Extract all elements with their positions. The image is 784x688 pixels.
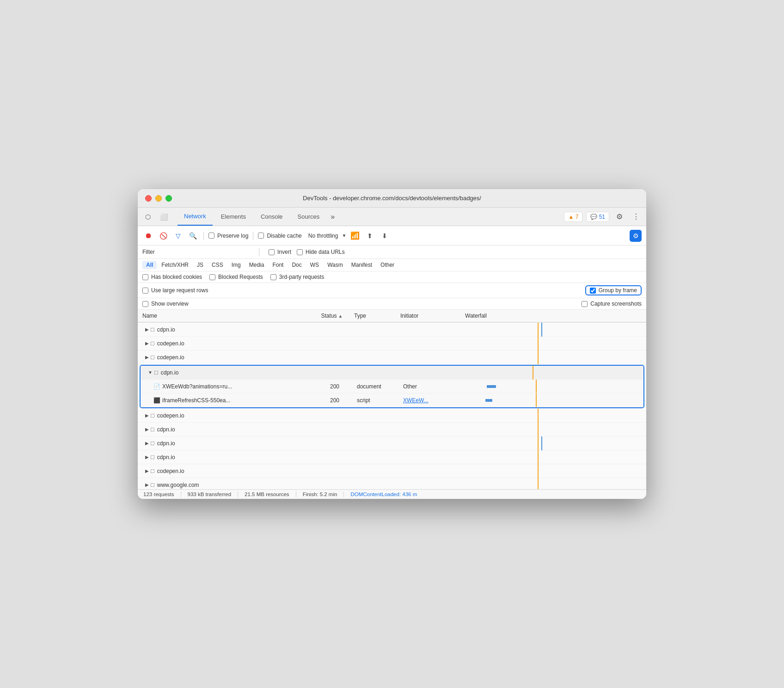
type-filter-ws[interactable]: WS [306, 261, 323, 269]
toolbar-divider-2 [253, 232, 253, 240]
request-row-4-1[interactable]: 📄 XWEeWdb?animations=ru... 200 document … [141, 380, 643, 393]
large-rows-checkbox[interactable] [142, 288, 148, 294]
search-icon[interactable]: 🔍 [187, 230, 199, 242]
type-filter-media[interactable]: Media [245, 261, 268, 269]
type-filter-wasm[interactable]: Wasm [324, 261, 347, 269]
cursor-icon[interactable]: ⬡ [141, 210, 154, 223]
more-options-icon[interactable]: ⋮ [630, 210, 643, 223]
folder-icon-4: □ [154, 369, 158, 376]
filter-icon[interactable]: ▽ [172, 230, 184, 242]
active-settings-icon[interactable]: ⚙ [630, 230, 642, 242]
type-filter-doc[interactable]: Doc [288, 261, 305, 269]
blocked-requests-label[interactable]: Blocked Requests [209, 274, 263, 280]
settings-icon[interactable]: ⚙ [613, 210, 626, 223]
waterfall-4-header [459, 366, 643, 380]
third-party-label[interactable]: 3rd-party requests [270, 274, 324, 280]
highlighted-group-4: ▼ □ cdpn.io 📄 XWEeWdb?animations=ru... 2… [140, 365, 644, 408]
wifi-icon[interactable]: 📶 [349, 230, 361, 242]
col-header-name[interactable]: Name [138, 313, 313, 319]
capture-screenshots-label[interactable]: Capture screenshots [582, 301, 642, 307]
type-filter-manifest[interactable]: Manifest [348, 261, 376, 269]
folder-icon-1: □ [151, 326, 154, 333]
col-header-initiator[interactable]: Initiator [397, 313, 461, 319]
group-by-frame-label[interactable]: Group by frame [590, 287, 637, 294]
request-name-4-2: ⬛ iframeRefreshCSS-550ea... [141, 397, 316, 404]
filter-divider [259, 248, 259, 256]
status-transferred: 933 kB transferred [181, 491, 239, 497]
type-filter-img[interactable]: Img [228, 261, 245, 269]
type-filter-font[interactable]: Font [269, 261, 287, 269]
folder-icon-7: □ [151, 440, 154, 447]
type-filter-other[interactable]: Other [377, 261, 398, 269]
group-by-frame-checkbox[interactable] [590, 288, 596, 294]
type-filter-fetch[interactable]: Fetch/XHR [158, 261, 192, 269]
request-waterfall-4-1 [464, 380, 643, 393]
tab-bar-icons: ⬡ ⬜ [141, 210, 170, 223]
group-name-2: codepen.io [157, 340, 184, 347]
invert-label[interactable]: Invert [269, 249, 291, 255]
type-filters-bar: All Fetch/XHR JS CSS Img Media Font Doc … [138, 259, 646, 271]
minimize-button[interactable] [155, 195, 162, 202]
third-party-checkbox[interactable] [270, 274, 276, 280]
waterfall-9 [465, 464, 646, 478]
group-row-6[interactable]: ▶ □ cdpn.io [138, 423, 646, 436]
hide-data-urls-checkbox[interactable] [297, 249, 303, 255]
col-header-status[interactable]: Status ▲ [313, 313, 350, 319]
options-right-3: Capture screenshots [582, 301, 642, 307]
group-row-9[interactable]: ▶ □ codepen.io [138, 464, 646, 478]
tab-network[interactable]: Network [178, 208, 213, 226]
large-rows-label[interactable]: Use large request rows [142, 287, 208, 294]
triangle-icon-10: ▶ [145, 482, 149, 487]
type-filter-css[interactable]: CSS [208, 261, 227, 269]
chat-badge[interactable]: 💬 51 [586, 212, 609, 222]
group-row-8[interactable]: ▶ □ cdpn.io [138, 450, 646, 464]
type-filter-js[interactable]: JS [193, 261, 207, 269]
triangle-icon-4: ▼ [148, 370, 153, 375]
group-name-3: codepen.io [157, 354, 184, 361]
request-initiator-4-2: XWEeW... [399, 397, 464, 404]
clear-button[interactable]: 🚫 [157, 230, 169, 242]
group-row-3[interactable]: ▶ □ codepen.io [138, 350, 646, 364]
show-overview-label[interactable]: Show overview [142, 301, 189, 307]
triangle-icon-2: ▶ [145, 341, 149, 346]
record-button[interactable]: ⏺ [142, 230, 154, 242]
initiator-link[interactable]: XWEeW... [403, 397, 429, 404]
tab-elements[interactable]: Elements [214, 208, 252, 226]
tab-sources[interactable]: Sources [291, 208, 326, 226]
device-icon[interactable]: ⬜ [157, 210, 170, 223]
group-row-5[interactable]: ▶ □ codepen.io [138, 409, 646, 423]
request-type-4-2: script [353, 397, 399, 404]
tab-console[interactable]: Console [254, 208, 289, 226]
filter-input[interactable] [161, 249, 253, 255]
request-row-4-2[interactable]: ⬛ iframeRefreshCSS-550ea... 200 script X… [141, 393, 643, 407]
upload-icon[interactable]: ⬆ [364, 230, 376, 242]
capture-screenshots-checkbox[interactable] [582, 301, 588, 307]
group-row-7[interactable]: ▶ □ cdpn.io [138, 436, 646, 450]
invert-checkbox[interactable] [269, 249, 275, 255]
col-header-waterfall[interactable]: Waterfall [461, 313, 646, 319]
group-row-2[interactable]: ▶ □ codepen.io [138, 337, 646, 350]
more-tabs-icon[interactable]: » [328, 213, 337, 221]
group-row-10[interactable]: ▶ □ www.google.com [138, 478, 646, 489]
group-row-4[interactable]: ▼ □ cdpn.io [141, 366, 643, 380]
group-name-7: cdpn.io [157, 440, 175, 447]
preserve-log-checkbox[interactable] [208, 233, 214, 239]
blocked-requests-checkbox[interactable] [209, 274, 215, 280]
preserve-log-label[interactable]: Preserve log [208, 233, 248, 239]
type-filter-all[interactable]: All [142, 261, 157, 269]
maximize-button[interactable] [165, 195, 172, 202]
has-blocked-cookies-checkbox[interactable] [142, 274, 148, 280]
folder-icon-2: □ [151, 340, 154, 347]
warning-badge[interactable]: ▲ 7 [564, 212, 582, 222]
close-button[interactable] [145, 195, 152, 202]
has-blocked-cookies-label[interactable]: Has blocked cookies [142, 274, 202, 280]
download-icon[interactable]: ⬇ [379, 230, 391, 242]
request-status-4-2: 200 [316, 397, 353, 404]
disable-cache-checkbox[interactable] [258, 233, 264, 239]
group-by-frame-wrapper: Group by frame [585, 285, 642, 295]
hide-data-urls-label[interactable]: Hide data URLs [297, 249, 345, 255]
show-overview-checkbox[interactable] [142, 301, 148, 307]
group-row-1[interactable]: ▶ □ cdpn.io [138, 323, 646, 337]
disable-cache-label[interactable]: Disable cache [258, 233, 301, 239]
col-header-type[interactable]: Type [350, 313, 397, 319]
